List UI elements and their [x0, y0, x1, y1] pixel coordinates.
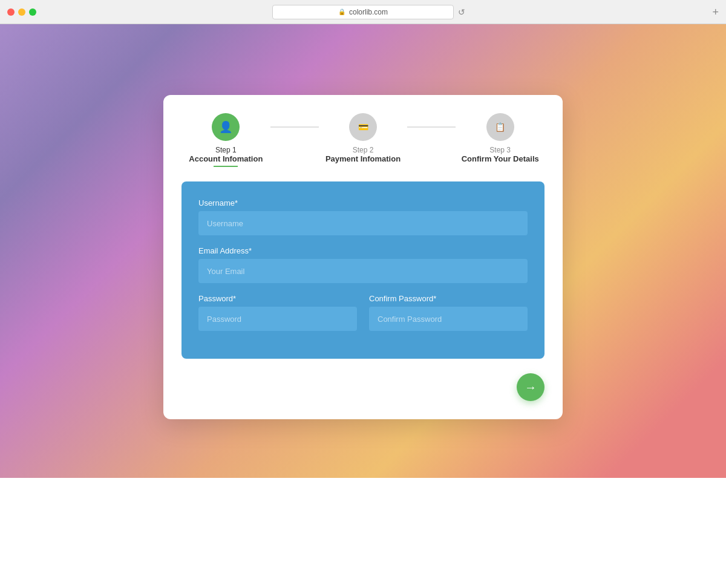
person-icon: 👤 — [219, 120, 232, 134]
minimize-button[interactable] — [18, 8, 25, 16]
step-2: 💳 Step 2 Payment Infomation — [319, 113, 408, 163]
stepper: 👤 Step 1 Account Infomation 💳 Step 2 Pay… — [182, 113, 544, 167]
maximize-button[interactable] — [29, 8, 36, 16]
main-content: 👤 Step 1 Account Infomation 💳 Step 2 Pay… — [0, 24, 726, 588]
next-button[interactable]: → — [517, 373, 544, 401]
username-label: Username* — [198, 198, 528, 207]
step-3: 📋 Step 3 Confirm Your Details — [456, 113, 544, 163]
browser-chrome: 🔒 colorlib.com ↺ + — [0, 0, 726, 24]
confirm-password-group: Confirm Password* — [369, 294, 528, 342]
password-group: Password* — [198, 294, 357, 331]
form-area: Username* Email Address* Password* Confi… — [182, 181, 544, 359]
close-button[interactable] — [7, 8, 15, 16]
confirm-password-label: Confirm Password* — [369, 294, 528, 303]
payment-icon: 💳 — [358, 122, 368, 132]
step-3-circle: 📋 — [486, 113, 514, 141]
password-row: Password* Confirm Password* — [198, 294, 528, 342]
step-1-circle: 👤 — [212, 113, 240, 141]
email-input[interactable] — [198, 259, 528, 283]
step-2-label: Payment Infomation — [325, 154, 401, 163]
url-text: colorlib.com — [349, 8, 388, 16]
confirm-password-input[interactable] — [369, 307, 528, 331]
email-group: Email Address* — [198, 246, 528, 283]
step-1-underline — [214, 166, 238, 167]
step-3-label: Confirm Your Details — [462, 154, 539, 163]
connector-1 — [270, 126, 319, 128]
new-tab-button[interactable]: + — [712, 7, 719, 18]
step-3-number: Step 3 — [489, 146, 511, 154]
step-1-number: Step 1 — [215, 146, 237, 154]
registration-card: 👤 Step 1 Account Infomation 💳 Step 2 Pay… — [163, 95, 563, 419]
address-bar[interactable]: 🔒 colorlib.com — [272, 5, 454, 19]
username-group: Username* — [198, 198, 528, 235]
step-1-label: Account Infomation — [189, 154, 263, 163]
reload-button[interactable]: ↺ — [458, 7, 696, 17]
step-2-number: Step 2 — [353, 146, 374, 154]
traffic-lights — [7, 8, 36, 16]
lock-icon: 🔒 — [338, 8, 345, 15]
password-input[interactable] — [198, 307, 357, 331]
gradient-area: 👤 Step 1 Account Infomation 💳 Step 2 Pay… — [0, 24, 726, 478]
card-footer: → — [182, 371, 544, 401]
username-input[interactable] — [198, 211, 528, 235]
email-label: Email Address* — [198, 246, 528, 255]
confirm-icon: 📋 — [495, 122, 505, 132]
step-2-circle: 💳 — [349, 113, 377, 141]
white-area — [0, 478, 726, 588]
password-label: Password* — [198, 294, 357, 303]
step-1: 👤 Step 1 Account Infomation — [182, 113, 270, 167]
connector-2 — [407, 126, 456, 128]
